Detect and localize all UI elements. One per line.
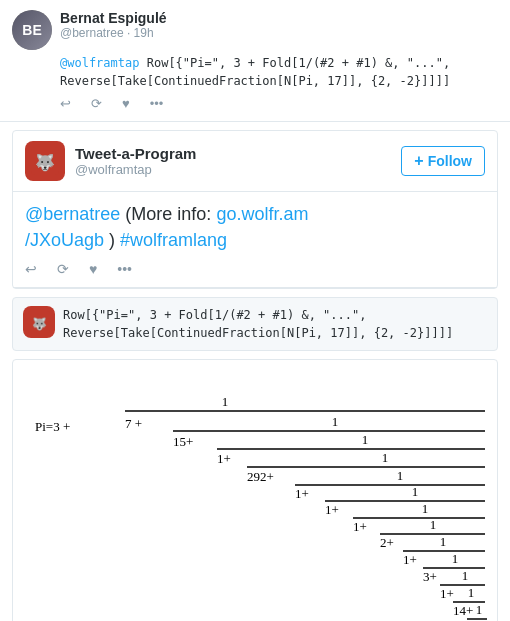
svg-text:🐺: 🐺 bbox=[35, 153, 55, 172]
tap-logo-icon: 🐺 bbox=[31, 147, 59, 175]
top-tweet-actions: ↩ ⟳ ♥ ••• bbox=[12, 96, 498, 111]
quoted-logo-icon: 🐺 bbox=[28, 311, 50, 333]
cf-num-8: 1 bbox=[440, 534, 447, 549]
top-tweet-handle-time: @bernatree · 19h bbox=[60, 26, 167, 40]
cf-num-4: 1 bbox=[397, 468, 404, 483]
quoted-code-text: Row[{"Pi=", 3 + Fold[1/(#2 + #1) &, "...… bbox=[63, 306, 453, 342]
pi-visualization: Pi=3 + 1 7 + 1 15+ 1 1+ 1 292+ 1 1+ 1 1+… bbox=[12, 359, 498, 621]
retweet-icon[interactable]: ⟳ bbox=[91, 96, 102, 111]
quoted-avatar: 🐺 bbox=[23, 306, 55, 338]
cf-num-6: 1 bbox=[422, 501, 429, 516]
featured-avatar: 🐺 bbox=[25, 141, 65, 181]
cf-denom-14: 14+ bbox=[453, 603, 473, 618]
cf-num-10: 1 bbox=[462, 568, 469, 583]
cf-num-7: 1 bbox=[430, 517, 437, 532]
cf-num-2: 1 bbox=[362, 432, 369, 447]
top-tweet-code: @wolframtap Row[{"Pi=", 3 + Fold[1/(#2 +… bbox=[60, 56, 450, 88]
pi-label: Pi=3 + bbox=[35, 419, 70, 434]
tweet-text-close-paren: ) bbox=[109, 230, 120, 250]
featured-more-icon[interactable]: ••• bbox=[117, 261, 132, 277]
top-tweet-name: Bernat Espigulé bbox=[60, 10, 167, 26]
more-icon[interactable]: ••• bbox=[150, 96, 164, 111]
cf-denom-1d: 1+ bbox=[353, 519, 367, 534]
pi-cf-svg: Pi=3 + 1 7 + 1 15+ 1 1+ 1 292+ 1 1+ 1 1+… bbox=[25, 376, 495, 621]
cf-denom-15: 15+ bbox=[173, 434, 193, 449]
cf-denom-2: 2+ bbox=[380, 535, 394, 550]
cf-denom-7: 7 + bbox=[125, 416, 142, 431]
featured-tweet-actions: ↩ ⟳ ♥ ••• bbox=[25, 261, 485, 277]
cf-num-5: 1 bbox=[412, 484, 419, 499]
cf-denom-1a: 1+ bbox=[217, 451, 231, 466]
quoted-tweet: 🐺 Row[{"Pi=", 3 + Fold[1/(#2 + #1) &, ".… bbox=[12, 297, 498, 351]
follow-label: Follow bbox=[428, 153, 472, 169]
cf-num-11: 1 bbox=[468, 585, 475, 600]
cf-num-0: 1 bbox=[222, 394, 229, 409]
follow-button[interactable]: + Follow bbox=[401, 146, 485, 176]
top-tweet: BE Bernat Espigulé @bernatree · 19h @wol… bbox=[0, 0, 510, 122]
featured-header-left: 🐺 Tweet-a-Program @wolframtap bbox=[25, 141, 196, 181]
cf-num-12: 1 bbox=[476, 602, 483, 617]
featured-retweet-icon[interactable]: ⟳ bbox=[57, 261, 69, 277]
cf-denom-1e: 1+ bbox=[403, 552, 417, 567]
featured-card: 🐺 Tweet-a-Program @wolframtap + Follow @… bbox=[12, 130, 498, 288]
cf-denom-1f: 1+ bbox=[440, 586, 454, 601]
mention-bernatree[interactable]: @bernatree bbox=[25, 204, 120, 224]
featured-tweet-text: @bernatree (More info: go.wolfr.am/JXoUa… bbox=[25, 202, 485, 252]
cf-denom-3: 3+ bbox=[423, 569, 437, 584]
top-tweet-meta: Bernat Espigulé @bernatree · 19h bbox=[60, 10, 167, 40]
featured-tweet-body: @bernatree (More info: go.wolfr.am/JXoUa… bbox=[13, 192, 497, 287]
cf-num-3: 1 bbox=[382, 450, 389, 465]
like-icon[interactable]: ♥ bbox=[122, 96, 130, 111]
cf-denom-1b: 1+ bbox=[295, 486, 309, 501]
cf-num-9: 1 bbox=[452, 551, 459, 566]
top-tweet-body: @wolframtap Row[{"Pi=", 3 + Fold[1/(#2 +… bbox=[12, 54, 498, 90]
reply-icon[interactable]: ↩ bbox=[60, 96, 71, 111]
tweet-text-more-info: (More info: bbox=[125, 204, 216, 224]
plus-icon: + bbox=[414, 152, 423, 170]
cf-denom-1c: 1+ bbox=[325, 502, 339, 517]
cf-num-1: 1 bbox=[332, 414, 339, 429]
svg-text:🐺: 🐺 bbox=[32, 316, 47, 331]
cf-denom-292: 292+ bbox=[247, 469, 274, 484]
featured-reply-icon[interactable]: ↩ bbox=[25, 261, 37, 277]
featured-account-name: Tweet-a-Program bbox=[75, 145, 196, 162]
featured-like-icon[interactable]: ♥ bbox=[89, 261, 97, 277]
featured-account-info: Tweet-a-Program @wolframtap bbox=[75, 145, 196, 177]
hashtag-wolframlang[interactable]: #wolframlang bbox=[120, 230, 227, 250]
featured-account-handle: @wolframtap bbox=[75, 162, 196, 177]
featured-header: 🐺 Tweet-a-Program @wolframtap + Follow bbox=[13, 131, 497, 192]
top-tweet-avatar: BE bbox=[12, 10, 52, 50]
